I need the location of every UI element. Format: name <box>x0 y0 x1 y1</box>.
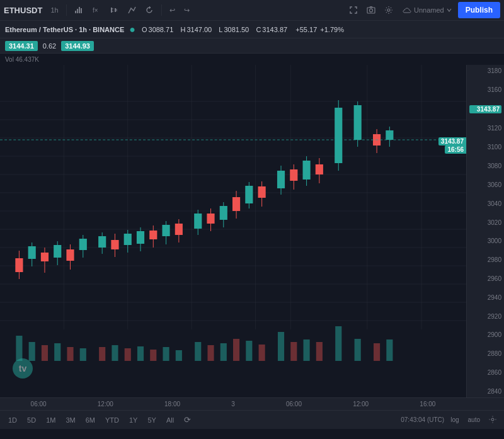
price-scale-2860: 2860 <box>469 369 501 376</box>
low-label: L <box>219 26 222 33</box>
close-value: 3143.87 <box>262 26 287 33</box>
price-change: +55.17 +1.79% <box>294 26 344 33</box>
svg-rect-97 <box>125 348 131 361</box>
svg-rect-42 <box>54 245 61 258</box>
change-pct: +1.79% <box>320 26 344 33</box>
snapshot-icon <box>367 6 375 14</box>
time-label-3: 3 <box>231 401 235 408</box>
time-label-1800: 18:00 <box>164 401 180 408</box>
current-utc-time: 07:43:04 (UTC) <box>401 416 444 423</box>
svg-rect-52 <box>124 234 132 245</box>
watermark-logo: tv <box>13 358 33 379</box>
svg-rect-115 <box>386 339 392 361</box>
svg-rect-96 <box>112 345 118 361</box>
undo-button[interactable]: ↩ <box>166 4 178 16</box>
svg-rect-0 <box>75 11 76 13</box>
svg-rect-112 <box>335 326 341 361</box>
svg-rect-113 <box>355 339 361 361</box>
symbol-label: ETHUSDT <box>4 6 42 15</box>
open-label: O <box>142 26 147 33</box>
low-value: 3081.50 <box>224 26 249 33</box>
svg-rect-78 <box>302 161 310 180</box>
svg-rect-107 <box>259 345 265 361</box>
tf-6m[interactable]: 6M <box>83 415 98 425</box>
price-scale-2900: 2900 <box>469 331 501 338</box>
chart-type-button[interactable] <box>106 4 122 16</box>
replay-button[interactable] <box>142 4 157 16</box>
price-scale-3080: 3080 <box>469 162 501 169</box>
svg-rect-80 <box>316 164 323 174</box>
svg-rect-98 <box>137 346 144 361</box>
price-scale-3060: 3060 <box>469 181 501 188</box>
replay-bottom-button[interactable]: ⟳ <box>181 414 194 426</box>
tf-1d[interactable]: 1D <box>5 415 20 425</box>
volume-row: Vol 46.437K <box>0 54 504 65</box>
price-scale-2940: 2940 <box>469 294 501 301</box>
svg-rect-94 <box>80 348 86 361</box>
drawing-button[interactable] <box>124 4 139 16</box>
compare-button[interactable]: f× <box>89 4 104 16</box>
svg-rect-64 <box>207 214 214 224</box>
price-scale-2920: 2920 <box>469 313 501 320</box>
timeframe-button[interactable]: 1h <box>47 4 61 16</box>
cloud-save-button[interactable]: Unnamed <box>399 4 455 16</box>
tf-1y[interactable]: 1Y <box>126 415 140 425</box>
svg-rect-36 <box>15 258 23 272</box>
settings-icon <box>384 6 393 14</box>
svg-rect-62 <box>194 214 202 229</box>
fullscreen-button[interactable] <box>346 4 361 16</box>
price-change-small: 0.62 <box>43 42 56 50</box>
svg-rect-11 <box>367 8 375 13</box>
snapshot-button[interactable] <box>364 4 379 16</box>
time-label-1200b: 12:00 <box>353 401 369 408</box>
svg-rect-92 <box>54 343 60 361</box>
svg-rect-5 <box>111 8 112 13</box>
open-value: 3088.71 <box>149 26 174 33</box>
chart-container[interactable]: 3143.87 16:56 tv 3180 3160 3143.87 3120 … <box>0 65 504 397</box>
publish-button[interactable]: Publish <box>458 2 500 18</box>
svg-rect-103 <box>207 345 214 361</box>
chart-current-price: 3143.87 <box>438 137 466 145</box>
toolbar-divider-1 <box>66 4 67 16</box>
time-axis: 06:00 12:00 18:00 3 06:00 12:00 16:00 <box>0 397 504 410</box>
candlestick-chart <box>0 65 466 397</box>
svg-rect-76 <box>290 169 297 181</box>
price-scale-3000: 3000 <box>469 237 501 244</box>
price-scale-2840: 2840 <box>469 388 501 395</box>
tf-1m[interactable]: 1M <box>43 415 59 425</box>
tf-5d[interactable]: 5D <box>24 415 39 425</box>
svg-rect-74 <box>277 171 285 188</box>
indicators-button[interactable] <box>71 4 86 16</box>
redo-button[interactable]: ↪ <box>181 4 193 16</box>
svg-rect-93 <box>67 347 73 361</box>
svg-rect-44 <box>66 249 74 261</box>
chart-main[interactable]: 3143.87 16:56 tv <box>0 65 466 397</box>
toolbar-right: Unnamed Publish <box>346 2 500 18</box>
svg-rect-84 <box>354 105 362 140</box>
auto-scale-button[interactable]: auto <box>466 415 483 425</box>
vol-label: Vol <box>5 56 14 63</box>
tf-5y[interactable]: 5Y <box>144 415 159 425</box>
svg-point-117 <box>491 418 494 421</box>
tf-ytd[interactable]: YTD <box>102 415 122 425</box>
svg-rect-66 <box>220 206 227 220</box>
svg-rect-3 <box>81 8 82 13</box>
log-scale-button[interactable]: log <box>448 415 461 425</box>
ohlc-display: O3088.71 H3147.00 L3081.50 C3143.87 +55.… <box>140 26 344 33</box>
svg-rect-106 <box>246 341 252 361</box>
price-scale-current: 3143.87 <box>469 105 501 113</box>
svg-rect-99 <box>150 350 156 361</box>
svg-rect-101 <box>176 350 182 361</box>
svg-rect-100 <box>163 347 169 361</box>
tf-3m[interactable]: 3M <box>62 415 78 425</box>
svg-rect-38 <box>28 246 36 259</box>
price-scale-3040: 3040 <box>469 200 501 207</box>
toolbar-divider-2 <box>161 4 162 16</box>
chart-settings-bottom-button[interactable] <box>486 414 499 426</box>
replay-icon <box>145 6 154 14</box>
settings-button[interactable] <box>381 4 396 16</box>
price-scale-3180: 3180 <box>469 67 501 74</box>
svg-rect-109 <box>290 342 297 361</box>
symbol-bar: Ethereum / TetherUS · 1h · BINANCE ● O30… <box>0 21 504 38</box>
tf-all[interactable]: All <box>163 415 177 425</box>
